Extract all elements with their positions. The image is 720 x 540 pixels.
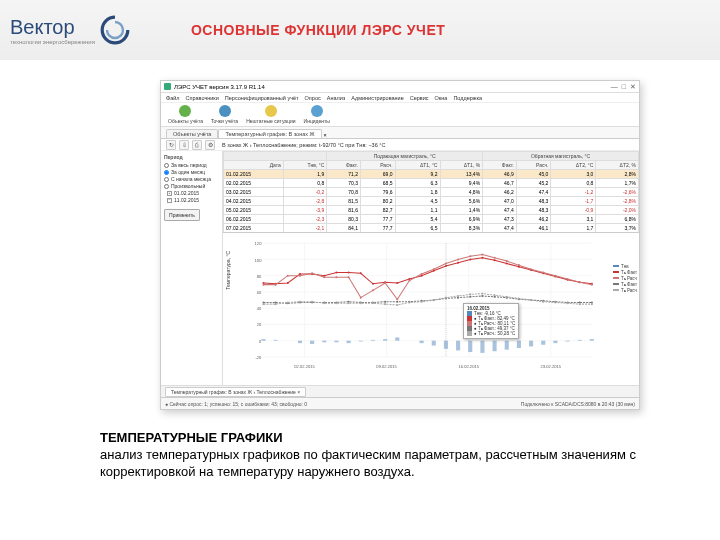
column-header[interactable]: Расч. — [516, 161, 551, 170]
menu-item[interactable]: Опрос — [305, 95, 321, 101]
date-to[interactable]: 11.02.2015 — [174, 197, 199, 203]
menu-item[interactable]: Справочники — [186, 95, 219, 101]
context-info: В зонах Ж › Теплоснабжение; режим: t-92/… — [222, 142, 385, 148]
svg-text:40: 40 — [257, 306, 262, 311]
menu-item[interactable]: Файл — [166, 95, 180, 101]
legend-item[interactable]: Т₂ Расч — [613, 288, 637, 293]
toolbar-ns-button[interactable]: Нештатные ситуации — [244, 104, 297, 125]
apply-button[interactable]: Применить — [164, 209, 200, 221]
date-from[interactable]: 01.02.2015 — [174, 190, 199, 196]
column-header[interactable]: Расч. — [360, 161, 395, 170]
toolbar-inc-button[interactable]: Инциденты — [302, 104, 332, 125]
table-row[interactable]: 07.02.2015-2,184,177,76,58,3%47,446,11,7… — [224, 224, 639, 233]
menu-item[interactable]: Персонифицированный учёт — [225, 95, 299, 101]
tab-close-icon[interactable]: × — [324, 132, 327, 138]
svg-point-82 — [287, 274, 289, 276]
data-table-wrap[interactable]: Подающая магистраль, °CОбратная магистра… — [223, 151, 639, 233]
radio-input[interactable] — [164, 177, 169, 182]
column-header[interactable]: Факт. — [327, 161, 361, 170]
slide-caption: ТЕМПЕРАТУРНЫЕ ГРАФИКИ анализ температурн… — [100, 430, 640, 481]
svg-text:60: 60 — [257, 290, 262, 295]
svg-point-58 — [335, 271, 337, 273]
radio-input[interactable] — [164, 184, 169, 189]
svg-point-153 — [469, 293, 471, 295]
settings-button[interactable]: ⚙ — [205, 140, 215, 150]
svg-rect-29 — [322, 340, 326, 342]
menu-item[interactable]: Администрирование — [351, 95, 403, 101]
tree-expand-icon[interactable]: + — [167, 191, 172, 196]
column-header[interactable]: Дата — [224, 161, 284, 170]
svg-point-83 — [299, 274, 301, 276]
svg-rect-24 — [261, 339, 265, 341]
table-row[interactable]: 06.02.2015-2,380,377,75,46,9%47,346,23,1… — [224, 215, 639, 224]
svg-point-54 — [287, 282, 289, 284]
chart-area[interactable]: Температура, °C -2002040608010012002.02.… — [223, 233, 639, 385]
tabs-row: Объекты учётаТемпературный график: В зон… — [161, 127, 639, 139]
toolbar-label: Инциденты — [304, 118, 330, 124]
export-button[interactable]: ⇩ — [179, 140, 189, 150]
column-header[interactable]: ΔT2, % — [596, 161, 639, 170]
inc-icon — [311, 105, 323, 117]
svg-rect-33 — [371, 339, 375, 340]
svg-point-126 — [481, 295, 483, 297]
table-row[interactable]: 05.02.2015-3,981,682,71,11,4%47,448,3-0,… — [224, 206, 639, 215]
svg-point-150 — [433, 299, 435, 301]
menu-item[interactable]: Анализ — [327, 95, 346, 101]
minimize-icon[interactable]: — — [611, 83, 618, 90]
column-header[interactable]: ΔT1, % — [440, 161, 483, 170]
app-window: ЛЭРС УЧЕТ версия 3.17.9 R1.14 — □ ✕ Файл… — [160, 80, 640, 410]
tab[interactable]: Температурный график: В зонах Ж — [218, 129, 321, 138]
period-option[interactable]: Произвольный — [164, 183, 219, 189]
menu-item[interactable]: Сервис — [410, 95, 429, 101]
toolbar-objects-button[interactable]: Объекты учёта — [166, 104, 205, 125]
toolbar: Объекты учётаТочки учётаНештатные ситуац… — [161, 103, 639, 127]
svg-rect-37 — [420, 340, 424, 342]
svg-point-160 — [554, 301, 556, 303]
footer-tab[interactable]: Температурный график: В зонах Ж › Теплос… — [165, 387, 306, 397]
legend-item[interactable]: Т₁ Расч — [613, 276, 637, 281]
svg-point-152 — [457, 295, 459, 297]
svg-rect-31 — [347, 340, 351, 342]
svg-point-63 — [396, 282, 398, 284]
menu-item[interactable]: Поддержка — [453, 95, 482, 101]
titlebar[interactable]: ЛЭРС УЧЕТ версия 3.17.9 R1.14 — □ ✕ — [161, 81, 639, 93]
chart-tooltip: 16.02.2015Тнв: -9,16 °C● Т₁ Факт.: 82,49… — [463, 303, 519, 339]
legend-item[interactable]: Т₂ Факт — [613, 282, 637, 287]
column-header[interactable]: Тнв, °C — [283, 161, 327, 170]
print-button[interactable]: ⎙ — [192, 140, 202, 150]
toolbar-label: Нештатные ситуации — [246, 118, 295, 124]
svg-point-139 — [299, 300, 301, 302]
column-header[interactable]: ΔT2, °C — [551, 161, 596, 170]
menu-item[interactable]: Окна — [435, 95, 448, 101]
tree-expand-icon[interactable]: − — [167, 198, 172, 203]
svg-point-107 — [591, 283, 593, 285]
caption-title: ТЕМПЕРАТУРНЫЕ ГРАФИКИ — [100, 430, 283, 445]
period-option[interactable]: За один месяц — [164, 169, 219, 175]
svg-point-93 — [421, 273, 423, 275]
svg-point-103 — [542, 271, 544, 273]
ns-icon — [265, 105, 277, 117]
maximize-icon[interactable]: □ — [622, 83, 626, 90]
svg-rect-35 — [395, 337, 399, 340]
legend-item[interactable]: Тнв — [613, 264, 637, 269]
refresh-button[interactable]: ↻ — [166, 140, 176, 150]
radio-input[interactable] — [164, 163, 169, 168]
svg-point-146 — [384, 303, 386, 305]
radio-input[interactable] — [164, 170, 169, 175]
period-option[interactable]: За весь период — [164, 162, 219, 168]
brand-logo: Вектор технологии энергосбережения — [10, 14, 131, 46]
table-row[interactable]: 01.02.20151,971,269,09,213,4%46,945,03,0… — [224, 170, 639, 179]
close-icon[interactable]: ✕ — [630, 83, 636, 90]
column-header[interactable]: ΔT1, °C — [395, 161, 440, 170]
tab[interactable]: Объекты учёта — [166, 129, 218, 138]
table-row[interactable]: 04.02.2015-2,881,580,24,55,6%47,048,3-1,… — [224, 197, 639, 206]
legend-item[interactable]: Т₁ Факт — [613, 270, 637, 275]
column-header[interactable]: Факт. — [483, 161, 517, 170]
svg-text:02.02.2015: 02.02.2015 — [294, 364, 315, 369]
toolbar-points-button[interactable]: Точки учёта — [209, 104, 240, 125]
svg-point-163 — [591, 303, 593, 305]
slide-title: ОСНОВНЫЕ ФУНКЦИИ ЛЭРС УЧЕТ — [191, 22, 445, 38]
period-option[interactable]: С начала месяца — [164, 176, 219, 182]
table-row[interactable]: 03.02.2015-0,270,879,61,84,8%46,247,4-1,… — [224, 188, 639, 197]
table-row[interactable]: 02.02.20150,870,368,56,39,4%46,745,20,81… — [224, 179, 639, 188]
